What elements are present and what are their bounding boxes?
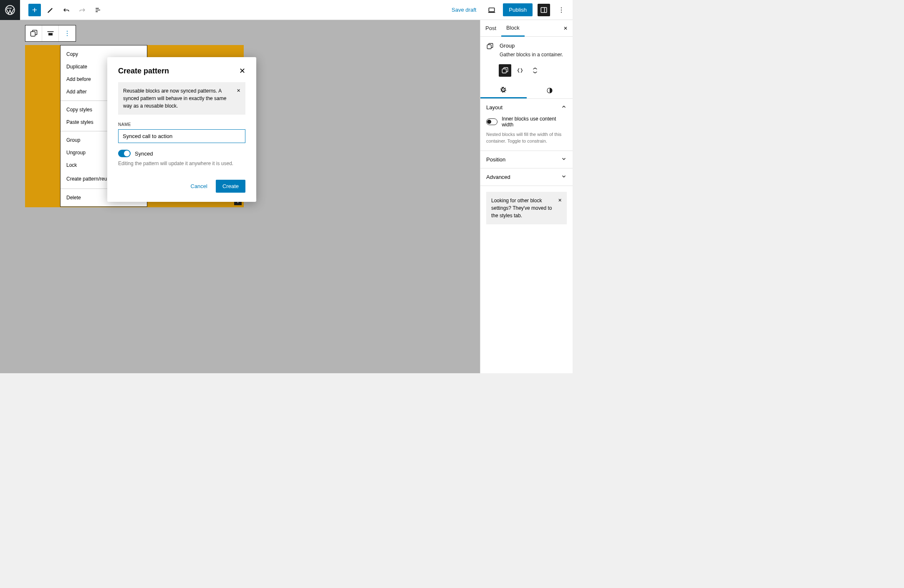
svg-rect-7 bbox=[502, 69, 506, 73]
pattern-name-input[interactable] bbox=[118, 129, 245, 143]
cancel-button[interactable]: Cancel bbox=[185, 180, 213, 193]
subtab-settings[interactable] bbox=[480, 83, 527, 98]
create-pattern-modal: Create pattern Reusable blocks are now s… bbox=[107, 57, 256, 202]
tab-block[interactable]: Block bbox=[501, 20, 525, 37]
modal-notice-text: Reusable blocks are now synced patterns.… bbox=[123, 87, 232, 110]
svg-point-14 bbox=[67, 35, 68, 36]
name-field-label: NAME bbox=[118, 122, 245, 127]
svg-rect-10 bbox=[47, 31, 53, 32]
block-toolbar bbox=[25, 25, 76, 42]
chevron-up-icon bbox=[561, 104, 567, 111]
layout-variants bbox=[499, 64, 567, 77]
sidebar-tabs: Post Block bbox=[480, 20, 573, 37]
dismiss-hint-button[interactable] bbox=[558, 197, 562, 204]
switch-knob bbox=[124, 151, 130, 156]
content-width-toggle-label: Inner blocks use content width bbox=[502, 116, 567, 128]
publish-button[interactable]: Publish bbox=[503, 3, 533, 16]
more-options-button[interactable] bbox=[555, 4, 568, 16]
svg-point-13 bbox=[67, 33, 68, 34]
svg-point-3 bbox=[561, 7, 562, 8]
save-draft-button[interactable]: Save draft bbox=[447, 4, 480, 15]
settings-sidebar-toggle[interactable] bbox=[538, 4, 550, 16]
close-icon bbox=[563, 25, 568, 31]
svg-point-12 bbox=[67, 31, 68, 32]
styles-hint-text: Looking for other block settings? They'v… bbox=[491, 197, 554, 219]
synced-toggle[interactable] bbox=[118, 150, 131, 157]
svg-rect-6 bbox=[487, 45, 491, 49]
preview-button[interactable] bbox=[485, 4, 498, 16]
panel-advanced: Advanced bbox=[480, 168, 573, 186]
edit-mode-button[interactable] bbox=[44, 4, 57, 16]
synced-help-text: Editing the pattern will update it anywh… bbox=[118, 161, 245, 166]
menu-delete-label: Delete bbox=[66, 195, 81, 201]
editor-topbar: + Save draft Publish bbox=[0, 0, 573, 20]
panel-position-title: Position bbox=[486, 156, 505, 163]
create-button[interactable]: Create bbox=[216, 180, 245, 193]
wordpress-logo[interactable] bbox=[0, 0, 20, 20]
top-left-tools: + bbox=[20, 4, 104, 16]
add-block-button[interactable]: + bbox=[28, 4, 41, 16]
list-view-button[interactable] bbox=[92, 4, 104, 16]
block-type-desc: Gather blocks in a container. bbox=[500, 51, 563, 58]
modal-close-button[interactable] bbox=[239, 66, 245, 75]
svg-rect-11 bbox=[48, 33, 53, 35]
styles-hint-card: Looking for other block settings? They'v… bbox=[486, 192, 567, 224]
redo-button[interactable] bbox=[76, 4, 88, 16]
close-sidebar-button[interactable] bbox=[558, 25, 573, 31]
content-width-toggle-row: Inner blocks use content width bbox=[486, 116, 567, 128]
panel-layout-header[interactable]: Layout bbox=[480, 99, 573, 116]
panel-layout: Layout Inner blocks use content width Ne… bbox=[480, 99, 573, 151]
modal-title: Create pattern bbox=[118, 67, 169, 75]
block-more-options-button[interactable] bbox=[59, 25, 76, 41]
inspector-subtabs bbox=[480, 83, 573, 99]
subtab-styles[interactable] bbox=[527, 83, 573, 98]
align-toolbar-button[interactable] bbox=[42, 25, 59, 41]
top-right-tools: Save draft Publish bbox=[447, 3, 573, 16]
layout-help-text: Nested blocks will fill the width of thi… bbox=[486, 131, 567, 145]
block-info-panel: Group Gather blocks in a container. bbox=[480, 37, 573, 83]
toggle-knob bbox=[487, 120, 491, 124]
svg-rect-1 bbox=[489, 8, 495, 12]
panel-layout-title: Layout bbox=[486, 104, 503, 111]
block-type-title: Group bbox=[500, 43, 563, 49]
panel-position-header[interactable]: Position bbox=[480, 151, 573, 168]
close-icon bbox=[239, 67, 245, 75]
svg-point-4 bbox=[561, 9, 562, 10]
panel-advanced-title: Advanced bbox=[486, 174, 510, 180]
svg-point-5 bbox=[561, 12, 562, 13]
chevron-down-icon bbox=[561, 156, 567, 163]
modal-notice: Reusable blocks are now synced patterns.… bbox=[118, 82, 245, 115]
plus-icon: + bbox=[32, 5, 37, 15]
panel-advanced-header[interactable]: Advanced bbox=[480, 168, 573, 186]
variant-group[interactable] bbox=[499, 64, 511, 77]
svg-rect-9 bbox=[30, 32, 35, 36]
panel-position: Position bbox=[480, 151, 573, 168]
svg-rect-2 bbox=[541, 8, 547, 13]
block-type-toolbar-button[interactable] bbox=[25, 25, 42, 41]
chevron-down-icon bbox=[561, 173, 567, 181]
variant-row[interactable] bbox=[514, 64, 526, 77]
content-width-toggle[interactable] bbox=[486, 118, 497, 125]
variant-stack[interactable] bbox=[529, 64, 541, 77]
settings-sidebar: Post Block Group Gather blocks in a cont… bbox=[480, 20, 573, 373]
synced-toggle-label: Synced bbox=[135, 151, 153, 157]
dismiss-notice-button[interactable] bbox=[237, 87, 240, 94]
tab-post[interactable]: Post bbox=[480, 20, 501, 36]
undo-button[interactable] bbox=[60, 4, 73, 16]
group-block-icon bbox=[486, 43, 494, 51]
